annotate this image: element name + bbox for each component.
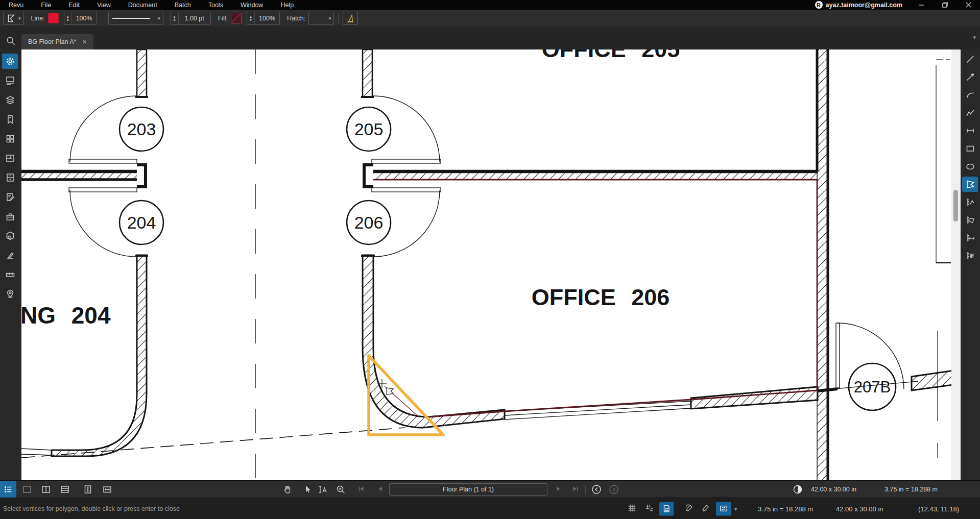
stepper-arrows-icon[interactable]: ▴▾ xyxy=(64,12,72,24)
line-color-swatch[interactable] xyxy=(48,13,59,23)
sidebar-item-thumbnails[interactable] xyxy=(2,73,18,88)
tool-polyline[interactable] xyxy=(962,105,978,120)
grid-toggle[interactable] xyxy=(627,503,637,514)
sidebar-item-tool-sets[interactable] xyxy=(2,131,18,146)
restore-button[interactable] xyxy=(933,0,957,10)
drawing-canvas[interactable]: 203 204 205 206 207B OFFICE 205 OFFICE 2… xyxy=(21,50,961,480)
sidebar-item-3d-model[interactable] xyxy=(2,228,18,243)
tool-line[interactable] xyxy=(962,52,978,67)
arrow-tool-icon xyxy=(965,72,975,82)
menu-batch[interactable]: Batch xyxy=(166,2,200,9)
menu-document[interactable]: Document xyxy=(119,2,166,9)
tool-dimension[interactable] xyxy=(962,123,978,138)
menu-edit[interactable]: Edit xyxy=(60,2,88,9)
sidebar-item-tool-chest[interactable] xyxy=(2,209,18,224)
solid-line-icon xyxy=(111,17,151,20)
door-tag-203: 203 xyxy=(127,119,156,139)
next-view-button[interactable] xyxy=(609,484,619,497)
sync-views-toggle[interactable] xyxy=(659,502,674,515)
line-opacity-stepper[interactable]: ▴▾ 100% xyxy=(64,12,97,25)
sidebar-item-file-access[interactable] xyxy=(2,170,18,185)
tab-close-icon[interactable]: × xyxy=(83,38,87,46)
tool-perimeter[interactable] xyxy=(962,194,978,210)
tool-polygon[interactable] xyxy=(962,177,978,192)
split-horizontal-icon xyxy=(60,484,70,495)
reuse-options-chevron[interactable]: ▾ xyxy=(734,506,737,511)
door-tag-207b: 207B xyxy=(854,378,891,396)
select-text-button[interactable] xyxy=(317,484,328,497)
sidebar-item-places[interactable] xyxy=(2,286,18,302)
sidebar-item-bookmarks[interactable] xyxy=(2,112,18,127)
hatch-dropdown[interactable]: ▾ xyxy=(308,12,334,25)
stepper-arrows-icon[interactable]: ▴▾ xyxy=(247,12,255,24)
minimize-button[interactable] xyxy=(910,0,933,10)
select-button[interactable] xyxy=(302,484,313,497)
tool-arc[interactable] xyxy=(962,87,978,103)
contrast-icon xyxy=(793,484,803,495)
reuse-markup-toggle[interactable] xyxy=(716,502,731,515)
sidebar-item-settings[interactable] xyxy=(2,54,18,69)
vertical-scrollbar[interactable] xyxy=(951,50,961,480)
line-width-stepper[interactable]: ▴▾ 1.00 pt xyxy=(171,12,211,25)
line-width-value[interactable]: 1.00 pt xyxy=(179,12,210,24)
tool-area[interactable] xyxy=(962,212,978,228)
fill-color-swatch[interactable] xyxy=(231,13,242,23)
menu-file[interactable]: File xyxy=(32,2,60,9)
floor-plan-icon xyxy=(5,153,15,163)
scrollbar-thumb[interactable] xyxy=(953,190,958,221)
markup-history-back[interactable] xyxy=(684,503,694,514)
tool-arrow[interactable] xyxy=(962,69,978,85)
menu-view[interactable]: View xyxy=(88,2,119,9)
account-email[interactable]: ayaz.taimoor@gmail.com xyxy=(826,2,902,9)
previous-view-button[interactable] xyxy=(591,484,602,497)
sidebar-item-spaces[interactable] xyxy=(2,151,18,166)
tool-length[interactable] xyxy=(962,230,978,245)
split-vertical-button[interactable] xyxy=(41,484,51,497)
page-label-field[interactable]: Floor Plan (1 of 1) xyxy=(389,483,547,496)
line-opacity-value[interactable]: 100% xyxy=(72,12,97,24)
last-page-button[interactable] xyxy=(571,484,580,496)
tab-bg-floor-plan[interactable]: BG Floor Plan A* × xyxy=(21,34,93,50)
thumbnails-icon xyxy=(5,76,15,86)
menu-help[interactable]: Help xyxy=(272,2,302,9)
menu-window[interactable]: Window xyxy=(232,2,272,9)
stepper-arrows-icon[interactable]: ▴▾ xyxy=(171,12,179,24)
tool-count[interactable] xyxy=(962,248,978,263)
menu-revu[interactable]: Revu xyxy=(0,2,32,9)
tab-overflow-chevron-icon[interactable]: ▾ xyxy=(973,34,976,41)
sidebar-item-layers[interactable] xyxy=(2,92,18,108)
first-page-button[interactable] xyxy=(356,484,366,496)
tool-rectangle[interactable] xyxy=(962,141,978,156)
tool-ellipse[interactable] xyxy=(962,159,978,174)
thumbnails-toggle-button[interactable] xyxy=(0,481,16,498)
fit-page-icon xyxy=(83,484,93,495)
dimension-tool-icon xyxy=(965,126,975,136)
set-square-tool-button[interactable] xyxy=(343,12,358,25)
sidebar-item-measurements[interactable] xyxy=(2,267,18,282)
fill-opacity-stepper[interactable]: ▴▾ 100% xyxy=(247,12,280,25)
sidebar-item-markup-list[interactable] xyxy=(2,189,18,205)
page-label: Floor Plan (1 of 1) xyxy=(443,486,494,493)
active-tool-dropdown[interactable]: ▾ xyxy=(3,12,24,25)
previous-page-button[interactable] xyxy=(376,484,385,496)
snap-toggle[interactable] xyxy=(644,503,654,514)
rectangle-tool-icon xyxy=(965,143,975,154)
pan-button[interactable] xyxy=(282,484,293,497)
search-button[interactable] xyxy=(0,33,21,48)
fit-width-button[interactable] xyxy=(102,484,112,497)
room-label-ng-204: NG 204 xyxy=(21,302,111,329)
next-page-button[interactable] xyxy=(554,484,563,496)
split-horizontal-button[interactable] xyxy=(60,484,70,497)
dark-mode-toggle[interactable] xyxy=(793,484,803,497)
line-style-dropdown[interactable]: ▾ xyxy=(108,12,163,25)
fill-opacity-value[interactable]: 100% xyxy=(255,12,279,24)
close-button[interactable] xyxy=(957,0,980,10)
markup-history-forward[interactable] xyxy=(701,503,710,514)
zoom-button[interactable] xyxy=(336,484,346,497)
single-pane-button[interactable] xyxy=(22,484,32,497)
ruler-icon xyxy=(5,269,15,280)
sidebar-item-signatures[interactable] xyxy=(2,248,18,263)
menu-tools[interactable]: Tools xyxy=(200,2,232,9)
fit-page-button[interactable] xyxy=(83,484,93,497)
fit-width-icon xyxy=(102,484,112,495)
